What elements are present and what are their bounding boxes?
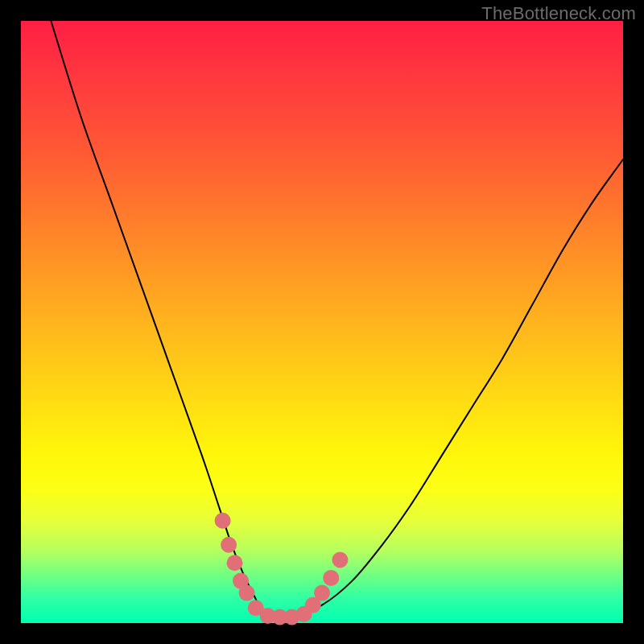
highlight-dot [221, 537, 237, 553]
highlight-dot [332, 552, 348, 568]
highlight-dot [239, 585, 255, 601]
bottleneck-curve [51, 21, 623, 618]
highlight-dot [314, 585, 330, 601]
highlight-dot [215, 513, 231, 529]
highlight-dot [227, 555, 243, 571]
highlight-dots-group [215, 513, 349, 625]
highlight-dot [323, 570, 339, 586]
chart-area [21, 21, 623, 623]
chart-svg [21, 21, 623, 623]
